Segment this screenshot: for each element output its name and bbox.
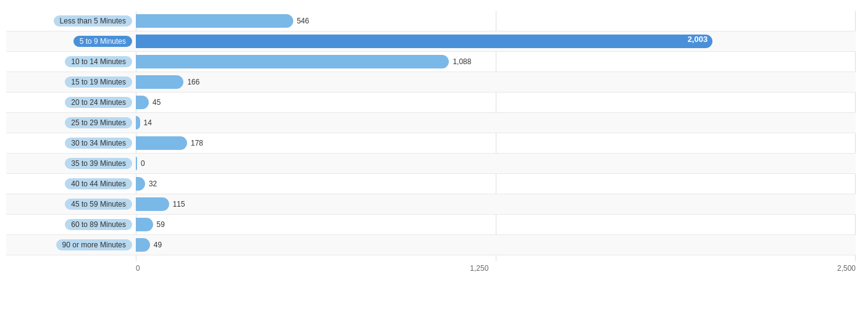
bar-label-pill: 30 to 34 Minutes xyxy=(65,138,132,149)
bar-label-pill: 60 to 89 Minutes xyxy=(65,219,132,230)
x-label-0: 0 xyxy=(136,264,140,276)
bar-track: 115 xyxy=(136,194,856,214)
bar-value: 0 xyxy=(141,159,145,168)
table-row: 90 or more Minutes49 xyxy=(6,235,856,255)
bar-value: 178 xyxy=(191,139,203,147)
x-label-mid: 1,250 xyxy=(470,264,488,276)
bar-track: 546 xyxy=(136,11,856,31)
table-row: 30 to 34 Minutes178 xyxy=(6,133,856,154)
bar-track: 1,088 xyxy=(136,52,856,72)
bar-label: 30 to 34 Minutes xyxy=(6,138,136,149)
x-axis-labels: 0 1,250 2,500 xyxy=(136,264,856,276)
x-label-max: 2,500 xyxy=(837,264,856,276)
table-row: 60 to 89 Minutes59 xyxy=(6,215,856,235)
bar-fill xyxy=(136,197,169,211)
bar-track: 59 xyxy=(136,215,856,234)
bar-label: 60 to 89 Minutes xyxy=(6,219,136,230)
bar-track: 45 xyxy=(136,93,856,112)
table-row: 45 to 59 Minutes115 xyxy=(6,194,856,215)
bar-value: 59 xyxy=(157,220,165,229)
bars-container: Less than 5 Minutes5465 to 9 Minutes2,00… xyxy=(6,11,856,261)
bar-value: 32 xyxy=(149,180,157,188)
bar-label-pill: 5 to 9 Minutes xyxy=(73,36,132,47)
bar-label: 25 to 29 Minutes xyxy=(6,117,136,128)
bar-value: 45 xyxy=(152,98,161,107)
bar-fill xyxy=(136,116,140,130)
bar-label-pill: 15 to 19 Minutes xyxy=(65,76,132,88)
chart-container: Less than 5 Minutes5465 to 9 Minutes2,00… xyxy=(0,0,868,322)
table-row: 25 to 29 Minutes14 xyxy=(6,113,856,133)
bar-label-pill: 20 to 24 Minutes xyxy=(65,97,132,108)
bar-label: 5 to 9 Minutes xyxy=(6,36,136,47)
bar-label: 40 to 44 Minutes xyxy=(6,178,136,189)
bar-fill xyxy=(136,14,293,28)
bar-fill xyxy=(136,96,149,109)
bar-label: Less than 5 Minutes xyxy=(6,15,136,27)
bar-fill xyxy=(136,75,183,89)
bar-track: 178 xyxy=(136,133,856,153)
bar-fill xyxy=(136,157,137,170)
table-row: 35 to 39 Minutes0 xyxy=(6,154,856,174)
bar-fill xyxy=(136,238,150,252)
bar-label-pill: Less than 5 Minutes xyxy=(54,15,132,27)
bar-track: 166 xyxy=(136,72,856,92)
bar-value: 115 xyxy=(173,200,185,208)
bar-value: 14 xyxy=(144,118,152,127)
bar-label-pill: 10 to 14 Minutes xyxy=(65,56,132,67)
bar-track: 49 xyxy=(136,235,856,255)
bar-fill xyxy=(136,136,187,150)
bar-label: 90 or more Minutes xyxy=(6,239,136,250)
bar-fill xyxy=(136,177,145,191)
bar-label-pill: 25 to 29 Minutes xyxy=(65,117,132,128)
bar-label: 20 to 24 Minutes xyxy=(6,97,136,108)
bar-track: 14 xyxy=(136,113,856,133)
bar-label: 10 to 14 Minutes xyxy=(6,56,136,67)
bar-value: 546 xyxy=(297,17,309,25)
table-row: 40 to 44 Minutes32 xyxy=(6,174,856,194)
bar-value: 2,003 xyxy=(688,35,708,44)
bar-track: 32 xyxy=(136,174,856,194)
bar-value: 49 xyxy=(154,241,162,249)
bar-track: 0 xyxy=(136,154,856,173)
bar-value: 166 xyxy=(187,78,199,86)
bar-fill xyxy=(136,55,449,68)
table-row: 5 to 9 Minutes2,003 xyxy=(6,31,856,52)
bar-label-pill: 40 to 44 Minutes xyxy=(65,178,132,189)
bar-label-pill: 90 or more Minutes xyxy=(56,239,132,250)
table-row: Less than 5 Minutes546 xyxy=(6,11,856,31)
table-row: 15 to 19 Minutes166 xyxy=(6,72,856,93)
bar-label: 35 to 39 Minutes xyxy=(6,158,136,169)
bar-label: 45 to 59 Minutes xyxy=(6,199,136,210)
bar-label-pill: 35 to 39 Minutes xyxy=(65,158,132,169)
table-row: 20 to 24 Minutes45 xyxy=(6,93,856,113)
bar-label: 15 to 19 Minutes xyxy=(6,76,136,88)
bar-fill: 2,003 xyxy=(136,35,712,48)
bar-fill xyxy=(136,218,153,231)
bar-label-pill: 45 to 59 Minutes xyxy=(65,199,132,210)
bar-value: 1,088 xyxy=(453,57,471,66)
chart-area: Less than 5 Minutes5465 to 9 Minutes2,00… xyxy=(6,11,856,276)
bar-track: 2,003 xyxy=(136,31,856,51)
table-row: 10 to 14 Minutes1,088 xyxy=(6,52,856,72)
